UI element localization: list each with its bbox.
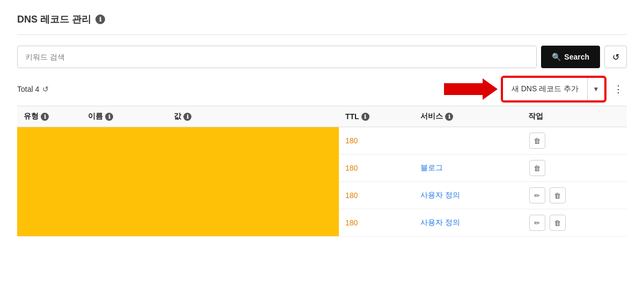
delete-button[interactable]: 🗑 (529, 160, 545, 176)
page-title-row: DNS 레코드 관리 ℹ (17, 13, 627, 35)
add-dns-wrapper: 새 DNS 레코드 추가 ▼ (502, 77, 605, 101)
toolbar-row: Total 4 ↺ 새 DNS 레코드 추가 ▼ ⋮ (17, 77, 627, 101)
edit-button[interactable]: ✏ (529, 187, 545, 203)
total-label: Total 4 ↺ (17, 85, 49, 93)
total-text: Total 4 (17, 85, 39, 93)
more-icon: ⋮ (613, 83, 623, 95)
delete-button[interactable]: 🗑 (550, 187, 566, 203)
service-info-icon[interactable]: ℹ (445, 113, 453, 121)
service-link[interactable]: 사용자 정의 (420, 218, 460, 227)
search-input[interactable] (17, 46, 537, 68)
annotation-arrow-container (444, 78, 498, 100)
ttl-info-icon[interactable]: ℹ (361, 113, 369, 121)
page-title: DNS 레코드 관리 (17, 13, 91, 26)
service-cell: 사용자 정의 (414, 209, 521, 237)
arrow-body (444, 83, 483, 95)
col-header-ttl: TTL ℹ (339, 106, 414, 127)
action-cell: 🗑 (522, 155, 627, 182)
col-header-type: 유형 ℹ (17, 106, 82, 127)
search-icon: 🔍 (552, 53, 561, 61)
yellow-value-cell (167, 127, 339, 237)
service-link[interactable]: 블로그 (420, 163, 443, 172)
search-refresh-button[interactable]: ↺ (604, 46, 627, 68)
yellow-type-cell (17, 127, 82, 237)
table-row: 180 🗑 (17, 127, 627, 155)
dns-records-table: 유형 ℹ 이름 ℹ 값 ℹ (17, 106, 627, 237)
refresh-icon: ↺ (612, 52, 619, 62)
col-header-service: 서비스 ℹ (414, 106, 521, 127)
action-cell: ✏ 🗑 (522, 209, 627, 237)
arrow-head (483, 78, 498, 100)
ttl-cell: 180 (339, 155, 414, 182)
total-refresh-button[interactable]: ↺ (42, 85, 49, 93)
more-options-button[interactable]: ⋮ (610, 78, 627, 100)
ttl-cell: 180 (339, 182, 414, 209)
delete-button[interactable]: 🗑 (550, 215, 566, 231)
table-header-row: 유형 ℹ 이름 ℹ 값 ℹ (17, 106, 627, 127)
red-arrow (444, 78, 498, 100)
ttl-cell: 180 (339, 127, 414, 155)
delete-button[interactable]: 🗑 (529, 133, 545, 149)
value-info-icon[interactable]: ℹ (183, 113, 191, 121)
ttl-cell: 180 (339, 209, 414, 237)
edit-button[interactable]: ✏ (529, 215, 545, 231)
col-header-action: 작업 (522, 106, 627, 127)
col-header-name: 이름 ℹ (82, 106, 167, 127)
col-header-value: 값 ℹ (167, 106, 339, 127)
search-button-label: Search (564, 53, 589, 61)
add-dns-dropdown-button[interactable]: ▼ (587, 78, 604, 100)
service-cell: 사용자 정의 (414, 182, 521, 209)
service-cell (414, 127, 521, 155)
title-info-icon[interactable]: ℹ (95, 14, 105, 24)
action-cell: 🗑 (522, 127, 627, 155)
service-link[interactable]: 사용자 정의 (420, 191, 460, 199)
page-container: DNS 레코드 관리 ℹ 🔍 Search ↺ Total 4 ↺ (0, 0, 644, 250)
yellow-name-cell (82, 127, 167, 237)
action-cell: ✏ 🗑 (522, 182, 627, 209)
search-row: 🔍 Search ↺ (17, 46, 627, 68)
type-info-icon[interactable]: ℹ (41, 113, 49, 121)
dropdown-icon: ▼ (593, 85, 599, 93)
name-info-icon[interactable]: ℹ (105, 113, 113, 121)
toolbar-right: 새 DNS 레코드 추가 ▼ ⋮ (444, 77, 627, 101)
search-button[interactable]: 🔍 Search (541, 46, 600, 68)
add-dns-button[interactable]: 새 DNS 레코드 추가 (503, 78, 587, 100)
service-cell: 블로그 (414, 155, 521, 182)
